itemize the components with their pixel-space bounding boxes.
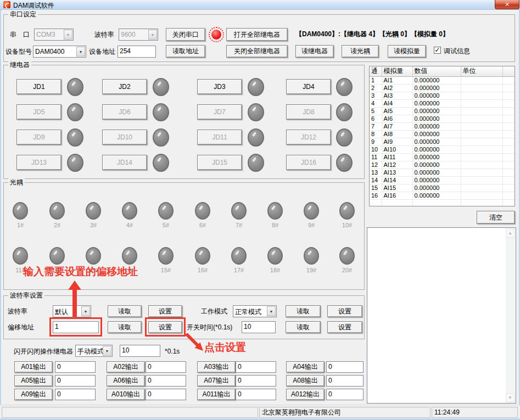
- work-mode-select[interactable]: 正常模式 ▼: [233, 305, 277, 317]
- output-value-input-2[interactable]: 0: [146, 361, 186, 373]
- table-cell: [502, 76, 515, 84]
- flash-time-input[interactable]: 10: [120, 345, 160, 357]
- table-row[interactable]: 16AI160.000000: [370, 192, 515, 199]
- relay-button-jd8[interactable]: JD8: [286, 104, 331, 120]
- output-value-input-11[interactable]: 0: [236, 389, 276, 400]
- relay-button-jd14[interactable]: JD14: [102, 155, 147, 170]
- switch-time-input[interactable]: 10: [242, 321, 276, 333]
- table-row[interactable]: 9AI90.000000: [370, 138, 515, 145]
- table-cell: 0.000000: [412, 107, 461, 115]
- table-row[interactable]: 5AI50.000000: [370, 107, 515, 115]
- baud-rate-select[interactable]: 9600 ▼: [119, 29, 158, 41]
- mode-read-button[interactable]: 读取: [286, 305, 321, 317]
- close-icon[interactable]: ✕: [495, 0, 519, 9]
- table-cell: [461, 169, 502, 176]
- column-header-unit[interactable]: 单位: [461, 66, 502, 76]
- table-row[interactable]: 4AI40.000000: [370, 99, 515, 107]
- relay-button-jd5[interactable]: JD5: [16, 104, 61, 120]
- table-row[interactable]: 6AI60.000000: [370, 115, 515, 122]
- scroll-up-icon[interactable]: ▲: [506, 228, 515, 238]
- column-header-channel[interactable]: 通: [370, 66, 382, 76]
- output-value-input-4[interactable]: 0: [326, 361, 364, 373]
- column-header-value[interactable]: 数值: [412, 66, 461, 76]
- table-row[interactable]: 13AI130.000000: [370, 169, 515, 176]
- output-button-1[interactable]: A01输出: [14, 361, 53, 373]
- relay-button-jd4[interactable]: JD4: [286, 79, 331, 94]
- switch-set-button[interactable]: 设置: [327, 321, 362, 333]
- relay-button-jd1[interactable]: JD1: [16, 79, 61, 94]
- output-button-7[interactable]: A07输出: [197, 375, 236, 387]
- output-button-5[interactable]: A05输出: [14, 375, 53, 387]
- relay-button-jd9[interactable]: JD9: [16, 130, 61, 145]
- close-all-relays-button[interactable]: 关闭全部继电器: [226, 45, 288, 58]
- relay-button-jd3[interactable]: JD3: [197, 79, 242, 94]
- output-value-input-10[interactable]: 0: [146, 389, 186, 400]
- scrollbar[interactable]: ▲ ▼: [506, 228, 515, 402]
- output-value-input-8[interactable]: 0: [326, 375, 364, 387]
- offset-read-button[interactable]: 读取: [108, 321, 142, 333]
- scroll-down-icon[interactable]: ▼: [506, 393, 515, 402]
- relay-button-jd11[interactable]: JD11: [197, 130, 242, 145]
- output-value-input-12[interactable]: 0: [326, 389, 364, 400]
- output-button-2[interactable]: A02输出: [107, 361, 145, 373]
- debug-log-box[interactable]: ▲ ▼: [367, 227, 516, 404]
- output-value-input-9[interactable]: 0: [55, 389, 96, 400]
- flash-mode-select[interactable]: 手动模式 ▼: [75, 345, 113, 357]
- output-value-input-5[interactable]: 0: [55, 375, 96, 387]
- output-button-6[interactable]: A06输出: [107, 375, 145, 387]
- mode-set-button[interactable]: 设置: [327, 305, 362, 317]
- read-opto-button[interactable]: 读光耦: [342, 45, 379, 58]
- close-serial-button[interactable]: 关闭串口: [166, 28, 205, 41]
- table-row[interactable]: 1AI10.000000: [370, 76, 515, 84]
- offset-address-input[interactable]: 1: [53, 321, 99, 333]
- baud-set-button[interactable]: 设置: [148, 305, 182, 317]
- output-button-3[interactable]: A03输出: [197, 361, 236, 373]
- column-header-extra[interactable]: [502, 66, 515, 76]
- read-relay-button[interactable]: 读继电器: [295, 45, 334, 58]
- read-analog-button[interactable]: 读模拟量: [388, 45, 426, 58]
- table-row[interactable]: 7AI70.000000: [370, 122, 515, 130]
- table-row[interactable]: 10AI100.000000: [370, 145, 515, 153]
- clear-button[interactable]: 清空: [477, 211, 515, 224]
- table-cell: [461, 130, 502, 138]
- column-header-analog[interactable]: 模拟量: [382, 66, 412, 76]
- output-button-11[interactable]: A011输出: [197, 389, 236, 400]
- table-row[interactable]: 8AI80.000000: [370, 130, 515, 138]
- relay-button-jd10[interactable]: JD10: [102, 130, 147, 145]
- output-value-input-3[interactable]: 0: [236, 361, 276, 373]
- table-row[interactable]: 15AI150.000000: [370, 184, 515, 192]
- device-model-select[interactable]: DAM0400 ▼: [33, 46, 86, 58]
- table-row[interactable]: 12AI120.000000: [370, 161, 515, 169]
- title-bar[interactable]: DAM调试软件 ✕: [0, 0, 520, 10]
- device-address-input[interactable]: 254: [118, 46, 156, 58]
- relay-button-jd12[interactable]: JD12: [286, 130, 331, 145]
- output-button-8[interactable]: A08输出: [286, 375, 325, 387]
- relay-button-jd2[interactable]: JD2: [102, 79, 147, 94]
- table-row[interactable]: 2AI20.000000: [370, 84, 515, 92]
- baud-read-button[interactable]: 读取: [108, 305, 142, 317]
- output-value-input-7[interactable]: 0: [236, 375, 276, 387]
- relay-button-jd15[interactable]: JD15: [197, 155, 242, 170]
- output-button-9[interactable]: A09输出: [14, 389, 53, 400]
- analog-table-grid: 通模拟量数值单位1AI10.0000002AI20.0000003AI30.00…: [370, 66, 515, 206]
- com-port-select[interactable]: COM3 ▼: [34, 29, 74, 41]
- table-row[interactable]: 11AI110.000000: [370, 153, 515, 161]
- output-value-input-1[interactable]: 0: [55, 361, 96, 373]
- open-all-relays-button[interactable]: 打开全部继电器: [226, 28, 288, 41]
- device-model-value: DAM0400: [35, 48, 64, 55]
- offset-set-button[interactable]: 设置: [148, 321, 182, 333]
- relay-button-jd13[interactable]: JD13: [16, 155, 61, 170]
- relay-button-jd16[interactable]: JD16: [286, 155, 331, 170]
- debug-info-checkbox[interactable]: ✓: [434, 47, 441, 54]
- relay-button-jd6[interactable]: JD6: [102, 104, 147, 120]
- switch-read-button[interactable]: 读取: [286, 321, 321, 333]
- read-address-button[interactable]: 读取地址: [166, 45, 205, 58]
- output-button-12[interactable]: A012输出: [286, 389, 325, 400]
- relay-button-jd7[interactable]: JD7: [197, 104, 242, 120]
- table-row[interactable]: 3AI30.000000: [370, 92, 515, 99]
- table-row[interactable]: 14AI140.000000: [370, 176, 515, 184]
- app-icon[interactable]: [3, 1, 10, 8]
- output-button-4[interactable]: A04输出: [286, 361, 325, 373]
- output-button-10[interactable]: A010输出: [107, 389, 145, 400]
- output-value-input-6[interactable]: 0: [146, 375, 186, 387]
